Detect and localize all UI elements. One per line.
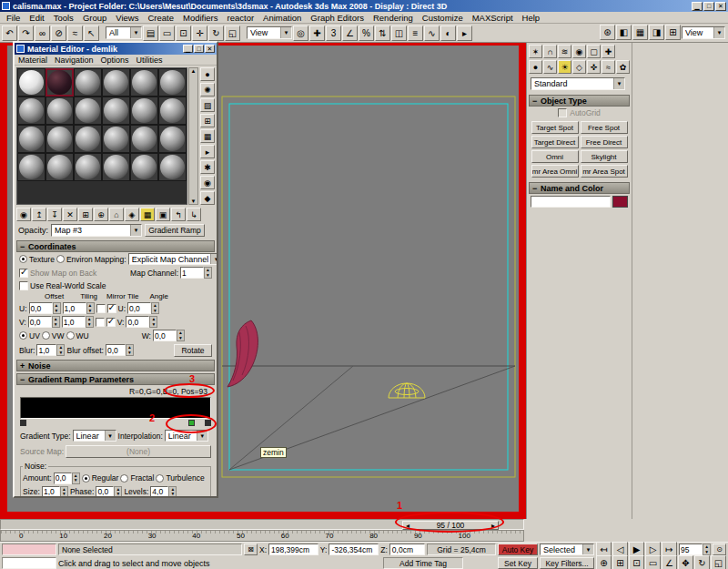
v-angle-spinner[interactable]: 0,0	[126, 316, 157, 328]
object-type-rollout-header[interactable]: −Object Type	[529, 95, 630, 107]
field-of-view-icon[interactable]: ∠	[662, 555, 677, 569]
systems-category-icon[interactable]: ✿	[616, 60, 630, 74]
object-type-button[interactable]: Skylight	[581, 150, 628, 163]
shapes-category-icon[interactable]: ∿	[543, 60, 557, 74]
snaps-toggle-icon[interactable]: 3	[326, 25, 341, 41]
spinner-arrows-icon[interactable]	[56, 344, 65, 356]
go-to-parent-icon[interactable]: ↰	[171, 208, 186, 221]
map-type-button[interactable]: Gradient Ramp	[145, 224, 205, 237]
menu-item[interactable]: Group	[78, 13, 111, 23]
previous-frame-arrow-icon[interactable]	[406, 521, 410, 530]
object-type-button[interactable]: Target Spot	[531, 121, 579, 134]
time-slider-track[interactable]: 95 / 100	[0, 519, 524, 530]
material-sample-slot[interactable]	[158, 68, 187, 97]
lights-category-icon[interactable]: ☀	[558, 60, 571, 74]
mapping-dropdown[interactable]: Explicit Map Channel	[128, 253, 218, 265]
material-sample-slot[interactable]	[130, 125, 158, 153]
source-map-button[interactable]: (None)	[66, 445, 211, 458]
spinner-arrows-icon[interactable]	[703, 544, 711, 555]
sample-tiling-icon[interactable]: ⊞	[200, 114, 215, 127]
material-sample-slot[interactable]	[158, 97, 187, 125]
material-sample-slot[interactable]	[102, 97, 130, 125]
coordinates-rollout-header[interactable]: −Coordinates	[16, 240, 215, 252]
set-key-button[interactable]: Set Key	[498, 557, 538, 569]
key-mode-toggle-icon[interactable]: ⊙	[713, 544, 726, 555]
object-type-button[interactable]: Free Direct	[581, 136, 628, 148]
select-and-scale-icon[interactable]: ◱	[225, 25, 240, 41]
gradient-ramp-bar[interactable]	[20, 397, 211, 419]
x-coordinate-field[interactable]: 198,399cm	[268, 544, 318, 555]
window-crossing-icon[interactable]: ⊡	[176, 25, 191, 41]
menu-item[interactable]: Rendering	[369, 13, 418, 23]
maxscript-listener-mini[interactable]	[2, 557, 56, 569]
show-map-in-viewport-icon[interactable]: ▦	[140, 208, 155, 221]
gradient-flag-selected[interactable]	[188, 420, 195, 426]
extras-toolbar-icon[interactable]: ⊛	[600, 25, 615, 40]
gradient-flag-start[interactable]	[20, 420, 26, 426]
view-dropdown[interactable]: View	[682, 26, 725, 39]
helpers-category-icon[interactable]: ✜	[587, 60, 601, 74]
spinner-arrows-icon[interactable]	[177, 330, 185, 341]
maximize-button[interactable]: □	[703, 2, 714, 11]
vw-radio[interactable]	[42, 331, 50, 340]
map-dropdown[interactable]: Map #3	[51, 224, 142, 237]
v-tiling-spinner[interactable]: 1,0	[62, 316, 94, 328]
make-preview-icon[interactable]: ▸	[200, 145, 215, 158]
levels-spinner[interactable]: 4,0	[150, 486, 177, 498]
select-and-link-icon[interactable]: ∞	[35, 25, 50, 41]
texture-radio[interactable]	[19, 255, 27, 263]
selection-region-icon[interactable]: ▭	[159, 25, 175, 41]
u-tile-checkbox[interactable]	[107, 304, 116, 313]
zoom-all-icon[interactable]: ⊞	[612, 555, 628, 569]
undo-icon[interactable]: ↶	[2, 25, 17, 41]
spinner-arrows-icon[interactable]	[86, 316, 94, 328]
material-sample-slot[interactable]	[74, 153, 102, 181]
close-button[interactable]: ✕	[205, 45, 215, 53]
material-sample-slot[interactable]	[74, 125, 102, 153]
blur-spinner[interactable]: 1,0	[36, 344, 65, 356]
menu-item[interactable]: MAXScript	[468, 13, 518, 23]
redo-icon[interactable]: ↷	[18, 25, 34, 41]
use-real-world-checkbox[interactable]	[19, 281, 28, 290]
utilities-tab-icon[interactable]: ✚	[602, 45, 615, 58]
align-icon[interactable]: ≡	[408, 25, 423, 41]
cameras-category-icon[interactable]: ◇	[572, 60, 586, 74]
maximize-button[interactable]: □	[194, 45, 204, 53]
material-id-icon[interactable]: ◈	[125, 208, 139, 221]
material-sample-slot[interactable]	[102, 153, 130, 181]
key-filters-button[interactable]: Key Filters...	[540, 557, 594, 569]
menu-item[interactable]: Modifiers	[178, 13, 223, 23]
backlight-icon[interactable]: ✺	[200, 83, 215, 97]
curve-editor-icon[interactable]: ∿	[424, 25, 440, 41]
u-angle-spinner[interactable]: 0,0	[127, 302, 159, 314]
select-and-move-icon[interactable]: ✛	[192, 25, 207, 41]
spinner-arrows-icon[interactable]	[60, 486, 68, 498]
spinner-arrows-icon[interactable]	[72, 472, 80, 484]
menu-item[interactable]: Graph Editors	[306, 13, 369, 23]
show-map-on-back-checkbox[interactable]	[19, 269, 28, 278]
zoom-icon[interactable]: ⊕	[596, 555, 612, 569]
category-dropdown[interactable]: Standard	[531, 77, 625, 90]
object-name-field[interactable]	[531, 196, 611, 208]
regular-radio[interactable]	[82, 474, 90, 483]
minimize-button[interactable]: ▁	[692, 2, 703, 11]
put-material-icon[interactable]: ↥	[32, 208, 46, 221]
gradient-flag-end[interactable]	[205, 420, 211, 426]
use-pivot-center-icon[interactable]: ◎	[293, 25, 308, 41]
select-by-material-icon[interactable]: ◉	[200, 176, 215, 189]
v-mirror-checkbox[interactable]	[96, 318, 105, 327]
selection-filter-dropdown[interactable]: All	[106, 26, 142, 39]
select-and-manipulate-icon[interactable]: ✚	[309, 25, 325, 41]
menu-item[interactable]: File	[2, 13, 25, 23]
fractal-radio[interactable]	[120, 474, 128, 483]
minimize-button[interactable]: ▁	[183, 45, 193, 53]
make-unique-icon[interactable]: ⊕	[94, 208, 108, 221]
material-sample-slot[interactable]	[46, 125, 74, 153]
extras-toolbar-icon[interactable]: ◧	[616, 25, 632, 40]
menu-item[interactable]: Animation	[258, 13, 306, 23]
u-tiling-spinner[interactable]: 1,0	[63, 302, 95, 314]
video-color-check-icon[interactable]: ▦	[200, 129, 215, 143]
reference-coordinate-dropdown[interactable]: View	[247, 26, 292, 39]
amount-spinner[interactable]: 0,0	[54, 472, 80, 484]
current-frame-spinner[interactable]: 95	[679, 544, 711, 555]
